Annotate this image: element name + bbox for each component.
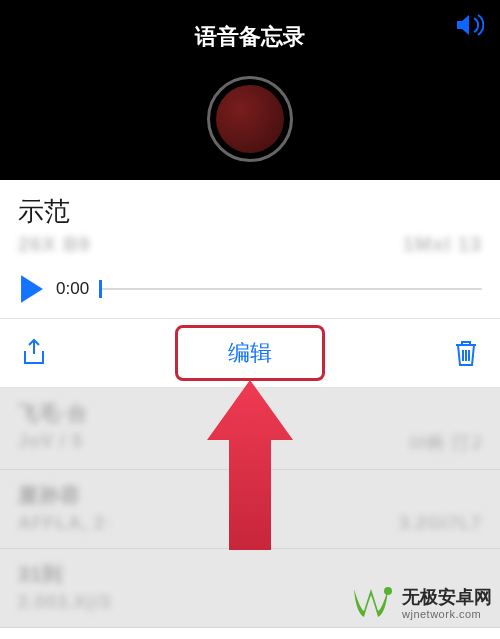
speaker-icon[interactable] [454, 12, 484, 42]
list-item-title: 飞毛·台 [18, 400, 482, 427]
watermark-logo-icon [348, 581, 394, 627]
list-item[interactable]: 飞毛·台 JoV / 5 I#科 汀J [0, 388, 500, 470]
list-item[interactable]: 屋孙容 AFFLA, 2· 3.2GI7L7 [0, 470, 500, 549]
recording-title: 示范 [18, 194, 482, 229]
recording-date: 26X B9 [18, 233, 91, 256]
list-item-date: JoV / 5 [18, 431, 83, 455]
share-button[interactable] [20, 338, 48, 368]
edit-button[interactable]: 编辑 [175, 325, 325, 381]
playback-time: 0:00 [56, 279, 89, 299]
delete-button[interactable] [452, 338, 480, 368]
list-item-meta: I#科 汀J [410, 431, 482, 455]
list-item-meta: 3.2GI7L7 [399, 513, 482, 534]
watermark-title: 无极安卓网 [402, 588, 492, 608]
list-item-date: 2.003.X(/3 [18, 592, 111, 613]
recording-duration: 1MxI 13 [403, 233, 482, 256]
svg-point-0 [384, 587, 392, 595]
record-button[interactable] [207, 76, 293, 162]
play-button[interactable] [18, 274, 46, 304]
watermark-url: wjnetwork.com [402, 608, 492, 620]
watermark: 无极安卓网 wjnetwork.com [348, 581, 492, 627]
playback-slider[interactable] [99, 288, 482, 290]
list-item-date: AFFLA, 2· [18, 513, 111, 534]
list-item-title: 屋孙容 [18, 482, 482, 509]
page-title: 语音备忘录 [195, 22, 305, 52]
